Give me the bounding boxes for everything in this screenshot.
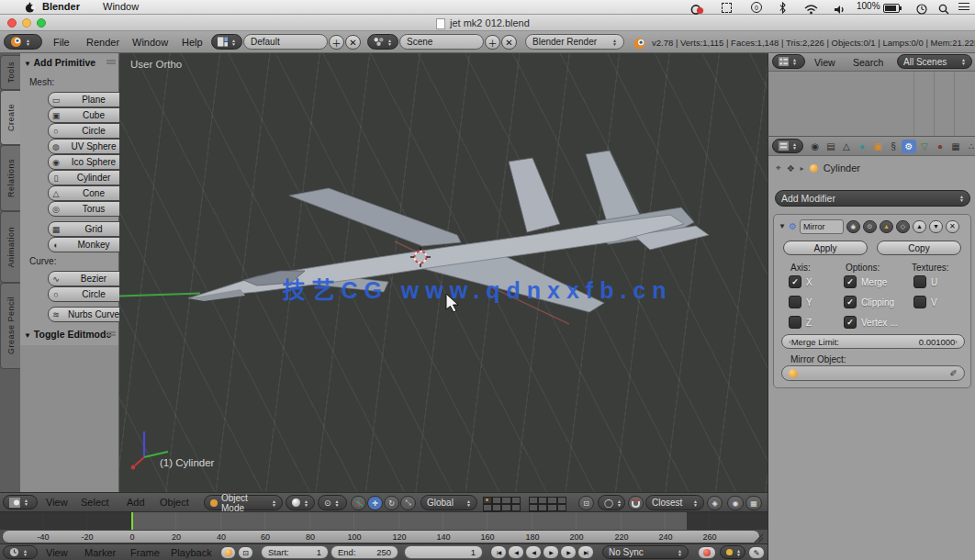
frame-start-field[interactable]: Start:1	[261, 545, 329, 559]
clipping-checkbox[interactable]: Clipping	[844, 296, 894, 308]
apply-modifier-button[interactable]: Apply	[783, 241, 868, 255]
tab-world[interactable]: ●	[855, 140, 869, 153]
close-window-button[interactable]	[7, 18, 17, 28]
scene-icon-dropdown[interactable]: ▲▼	[367, 34, 398, 50]
merge-checkbox[interactable]: Merge	[844, 275, 887, 288]
axis-x-checkbox[interactable]: X	[789, 275, 812, 288]
checkbox-icon[interactable]	[789, 296, 801, 308]
render-engine-dropdown[interactable]: Blender Render ▲▼	[525, 34, 624, 50]
pin-icon[interactable]: ⌖	[776, 162, 781, 174]
tool-shelf-tab-tools[interactable]: Tools	[0, 55, 20, 90]
translate-manipulator-button[interactable]: ✛	[367, 496, 383, 510]
menu-window[interactable]: Window	[132, 37, 168, 48]
add-primitive-panel-header[interactable]: ▼ Add Primitive	[24, 57, 116, 68]
modifier-name-field[interactable]: Mirror	[800, 219, 844, 234]
mirror-object-field[interactable]: ✐	[781, 365, 965, 381]
toggle-editmode-panel-header[interactable]: ▼ Toggle Editmode	[24, 329, 116, 340]
menu-file[interactable]: File	[53, 37, 70, 48]
window-titlebar[interactable]: jet mk2 012.blend	[0, 15, 975, 31]
checkbox-icon[interactable]	[844, 296, 857, 308]
jump-to-end-button[interactable]: ▶|	[577, 545, 594, 559]
tool-shelf-tab-relations[interactable]: Relations	[0, 145, 20, 211]
snap-toggle-button[interactable]	[628, 496, 644, 510]
panel-drag-handle[interactable]	[106, 331, 116, 333]
viewport-menu-object[interactable]: Object	[160, 497, 189, 508]
breadcrumb-object-name[interactable]: Cylinder	[824, 162, 860, 174]
editor-type-selector-properties[interactable]: ▲▼	[772, 139, 803, 153]
layers-block-2[interactable]	[529, 497, 571, 510]
tab-render-layers[interactable]: ▤	[824, 140, 838, 153]
editor-type-selector-timeline[interactable]: ▲▼	[3, 545, 38, 559]
timeline-menu-view[interactable]: View	[46, 547, 68, 558]
preview-range-button[interactable]	[220, 546, 236, 559]
modifier-move-up-button[interactable]: ▲	[913, 220, 926, 233]
tool-shelf-tab-animation[interactable]: Animation	[0, 211, 20, 283]
axis-z-checkbox[interactable]: Z	[789, 316, 812, 329]
checkbox-icon[interactable]	[913, 296, 926, 308]
opengl-render-still-button[interactable]: ◉	[727, 496, 744, 510]
tab-object-data[interactable]: ▽	[917, 140, 932, 153]
vertex-groups-checkbox[interactable]: Vertex ...	[844, 316, 897, 329]
checkbox-icon[interactable]	[844, 316, 857, 329]
eyedropper-icon[interactable]: ✐	[950, 368, 958, 378]
tool-shelf-tab-grease-pencil[interactable]: Grease Pencil	[0, 283, 20, 369]
timeline-ruler-band[interactable]	[0, 512, 768, 530]
texture-v-checkbox[interactable]: V	[913, 296, 937, 308]
tab-material[interactable]: ●	[933, 140, 947, 153]
add-scene-button[interactable]: ＋	[485, 35, 500, 50]
checkbox-icon[interactable]	[844, 275, 857, 288]
tab-object[interactable]: ▣	[870, 140, 885, 153]
opengl-render-anim-button[interactable]: ▦	[745, 496, 762, 510]
tab-modifiers[interactable]: ⚙	[902, 140, 916, 153]
screen-layout-name-field[interactable]: Default	[243, 34, 328, 50]
add-layout-button[interactable]: ＋	[329, 35, 344, 50]
current-frame-playhead[interactable]	[131, 512, 133, 530]
delete-layout-button[interactable]: ✕	[345, 35, 361, 50]
sync-mode-dropdown[interactable]: No Sync ▲▼	[602, 545, 689, 559]
capture-icon[interactable]	[722, 3, 732, 13]
next-keyframe-button[interactable]: ▶	[560, 545, 577, 559]
copy-modifier-button[interactable]: Copy	[877, 241, 961, 255]
macos-app-menu[interactable]: Blender	[42, 1, 80, 12]
outliner-menu-view[interactable]: View	[814, 57, 835, 68]
transform-orientation-dropdown[interactable]: Global ▲▼	[420, 495, 477, 510]
timeline-menu-marker[interactable]: Marker	[84, 547, 116, 558]
viewport-menu-select[interactable]: Select	[81, 497, 109, 508]
mode-dropdown[interactable]: Object Mode ▲▼	[204, 495, 283, 510]
tab-render[interactable]: ◉	[808, 140, 823, 153]
editor-type-selector-viewport[interactable]: ▲▼	[3, 495, 38, 510]
add-modifier-dropdown[interactable]: Add Modifier ▲▼	[775, 190, 970, 207]
timeline-scrollbar[interactable]: -40 -20 0 20 40 60 80 100 120 140 160 18…	[2, 530, 760, 543]
panel-drag-handle[interactable]	[106, 60, 116, 62]
editor-type-selector-info[interactable]: ▲▼	[4, 34, 42, 50]
play-button[interactable]: ▶	[543, 545, 559, 559]
checkbox-icon[interactable]	[789, 316, 801, 329]
texture-u-checkbox[interactable]: U	[913, 275, 937, 288]
layers-widget[interactable]	[483, 497, 571, 510]
checkbox-icon[interactable]	[913, 275, 926, 288]
snap-target-button[interactable]: ◈	[707, 496, 723, 510]
modifier-realtime-toggle[interactable]: ⊙	[863, 220, 877, 233]
scale-manipulator-button[interactable]: ⤡	[400, 496, 416, 510]
menu-help[interactable]: Help	[182, 37, 203, 48]
snap-element-dropdown[interactable]: Closest ▲▼	[645, 495, 704, 510]
screen-layout-icon-dropdown[interactable]: ▲▼	[211, 34, 242, 50]
checkbox-icon[interactable]	[789, 275, 801, 288]
minimize-window-button[interactable]	[22, 18, 31, 28]
rotate-manipulator-button[interactable]: ↻	[384, 496, 399, 510]
modifier-delete-button[interactable]: ✕	[946, 220, 959, 233]
modifier-cage-toggle[interactable]: ◇	[896, 220, 910, 233]
merge-limit-slider[interactable]: ‹ Merge Limit: 0.001000 ›	[781, 334, 965, 349]
menu-list-icon[interactable]	[958, 3, 969, 11]
modifier-editmode-toggle[interactable]: ▲	[880, 220, 893, 233]
play-reverse-button[interactable]: ◀	[525, 545, 542, 559]
prev-keyframe-button[interactable]: ◀	[508, 545, 524, 559]
layers-block-1[interactable]	[483, 497, 525, 510]
scene-name-field[interactable]: Scene	[399, 34, 484, 50]
tab-texture[interactable]: ▦	[948, 140, 963, 153]
outliner-menu-search[interactable]: Search	[853, 57, 883, 68]
viewport-shading-dropdown[interactable]: ▲▼	[286, 495, 315, 510]
delete-scene-button[interactable]: ✕	[501, 35, 517, 50]
axis-y-checkbox[interactable]: Y	[789, 296, 812, 308]
viewport-3d[interactable]: User Ortho	[119, 53, 768, 492]
